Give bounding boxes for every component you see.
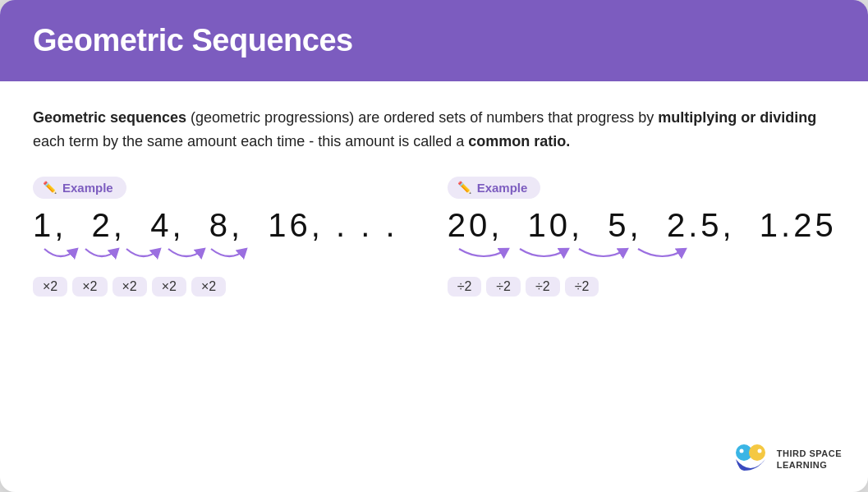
brand-name-text: THIRD SPACELEARNING <box>777 448 842 471</box>
arrows-multiply <box>34 246 398 275</box>
card: Geometric Sequences Geometric sequences … <box>0 0 868 492</box>
brand-logo-icon <box>733 441 769 477</box>
brand: THIRD SPACELEARNING <box>733 441 842 477</box>
examples-row: ✏️ Example 1, 2, 4, 8, 16, . . . <box>33 177 835 405</box>
description-bold-1: Geometric sequences <box>33 109 186 126</box>
svg-point-2 <box>739 449 743 453</box>
ratio-badge: ÷2 <box>486 277 521 297</box>
ratio-badge: ×2 <box>72 277 107 297</box>
sequence-divide: 20, 10, 5, 2.5, 1.25 <box>448 207 837 244</box>
ratio-badge: ×2 <box>33 277 67 297</box>
example-label-2: Example <box>477 181 528 195</box>
example-block-multiply: ✏️ Example 1, 2, 4, 8, 16, . . . <box>33 177 398 297</box>
ratio-badge: ×2 <box>113 277 147 297</box>
header: Geometric Sequences <box>0 0 868 81</box>
description-text-1: (geometric progressions) are ordered set… <box>186 109 658 126</box>
ratios-multiply: ×2 ×2 ×2 ×2 ×2 <box>33 277 398 297</box>
footer: THIRD SPACELEARNING <box>0 430 868 492</box>
main-content: Geometric sequences (geometric progressi… <box>0 81 868 430</box>
svg-point-1 <box>749 444 765 461</box>
description-bold-3: common ratio. <box>468 133 570 149</box>
pencil-icon-1: ✏️ <box>43 181 57 194</box>
ratios-divide: ÷2 ÷2 ÷2 ÷2 <box>448 277 837 297</box>
example-badge-2: ✏️ Example <box>448 177 541 199</box>
description-paragraph: Geometric sequences (geometric progressi… <box>33 106 835 154</box>
page-title: Geometric Sequences <box>33 23 835 58</box>
arrows-divide <box>449 246 837 275</box>
ratio-badge: ÷2 <box>526 277 560 297</box>
example-label-1: Example <box>62 181 113 195</box>
sequence-multiply: 1, 2, 4, 8, 16, . . . <box>33 207 398 244</box>
example-block-divide: ✏️ Example 20, 10, 5, 2.5, 1.25 <box>448 177 837 297</box>
ratio-badge: ÷2 <box>565 277 599 297</box>
ratio-badge: ×2 <box>191 277 226 297</box>
description-text-2: each term by the same amount each time -… <box>33 133 468 149</box>
svg-point-3 <box>757 449 761 453</box>
example-badge-1: ✏️ Example <box>33 177 126 199</box>
description-bold-2: multiplying or dividing <box>658 109 816 126</box>
ratio-badge: ×2 <box>152 277 186 297</box>
ratio-badge: ÷2 <box>448 277 482 297</box>
pencil-icon-2: ✏️ <box>457 181 471 194</box>
